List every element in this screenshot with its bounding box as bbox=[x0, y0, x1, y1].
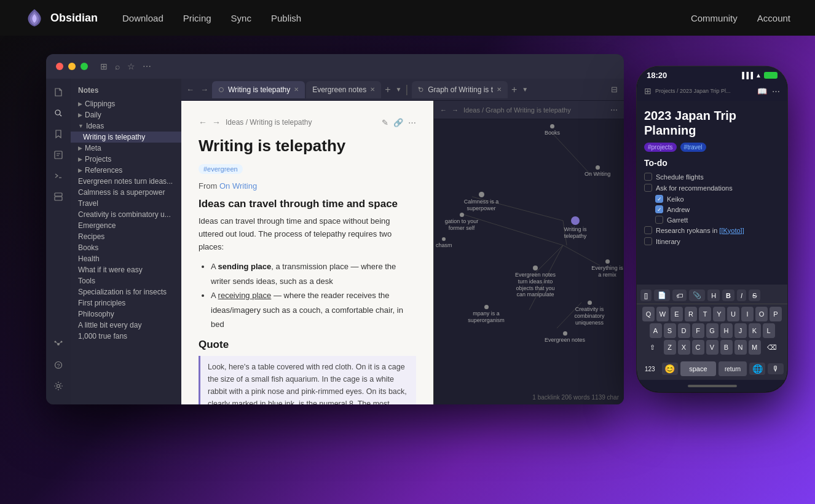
nav-publish[interactable]: Publish bbox=[271, 13, 301, 23]
ribbon-tags-icon[interactable] bbox=[50, 188, 67, 205]
key-d[interactable]: D bbox=[678, 323, 690, 338]
graph-node-remix[interactable]: Everything is a remix bbox=[591, 259, 624, 278]
todo-ask-recommendations[interactable]: Ask for recommendations bbox=[644, 184, 780, 192]
checkbox-garrett[interactable] bbox=[655, 216, 663, 224]
toolbar-tag[interactable]: 🏷 bbox=[672, 289, 687, 301]
tab-close-button[interactable]: ✕ bbox=[294, 86, 299, 93]
sidebar-item-emergence[interactable]: Emergence bbox=[71, 220, 181, 231]
graph-node-calmness[interactable]: Calmness is a superpower bbox=[460, 192, 503, 212]
mobile-tag-travel[interactable]: #travel bbox=[680, 143, 706, 152]
mobile-book-icon[interactable]: 📖 bbox=[757, 87, 767, 96]
close-button[interactable] bbox=[56, 63, 63, 70]
todo-itinerary[interactable]: Itinerary bbox=[644, 237, 780, 245]
graph-node-evergreen-turn[interactable]: Evergreen notes turn ideas into objects … bbox=[514, 266, 557, 298]
mobile-tag-projects[interactable]: #projects bbox=[644, 143, 677, 152]
graph-node-on-writing[interactable]: On Writing bbox=[585, 165, 610, 178]
ribbon-help-icon[interactable]: ? bbox=[50, 356, 67, 374]
tab-close-button[interactable]: ✕ bbox=[370, 86, 375, 93]
nav-back[interactable]: ← bbox=[184, 85, 197, 94]
graph-link-icon[interactable]: ⋯ bbox=[610, 106, 618, 114]
key-k[interactable]: K bbox=[749, 323, 761, 338]
tab-evergreen[interactable]: Evergreen notes ✕ bbox=[306, 81, 381, 98]
new-tab-button-2[interactable]: + bbox=[509, 84, 519, 95]
note-tag[interactable]: #evergreen bbox=[199, 164, 243, 174]
checkbox-ask-recommendations[interactable] bbox=[644, 184, 652, 192]
todo-andrew[interactable]: ✓ Andrew bbox=[644, 205, 780, 213]
key-shift[interactable]: ⇧ bbox=[644, 340, 662, 355]
toolbar-italic[interactable]: I bbox=[737, 289, 746, 301]
nav-logo[interactable]: Obsidian bbox=[25, 8, 98, 28]
sidebar-item-1000fans[interactable]: 1,000 true fans bbox=[71, 331, 181, 342]
key-g[interactable]: G bbox=[706, 323, 719, 338]
sidebar-item-health[interactable]: Health bbox=[71, 253, 181, 264]
nav-sync[interactable]: Sync bbox=[231, 13, 251, 23]
tab-graph[interactable]: Graph of Writing is t ✕ bbox=[412, 81, 508, 98]
tab-dropdown-2[interactable]: ▼ bbox=[522, 86, 528, 93]
todo-ryokans[interactable]: Research ryokans in [[Kyoto]] bbox=[644, 226, 780, 234]
sidebar-item-calmness[interactable]: Calmness is a superpower bbox=[71, 187, 181, 198]
key-b[interactable]: B bbox=[720, 340, 733, 355]
nav-forward[interactable]: → bbox=[198, 85, 211, 94]
key-mic[interactable]: 🎙 bbox=[768, 363, 784, 374]
graph-node-books[interactable]: Books bbox=[545, 124, 560, 136]
key-i[interactable]: I bbox=[741, 307, 754, 321]
back-button[interactable]: ← bbox=[199, 117, 207, 127]
sidebar-item-daily[interactable]: ▶ Daily bbox=[71, 109, 181, 120]
key-delete[interactable]: ⌫ bbox=[763, 340, 781, 355]
toolbar-doc[interactable]: 📄 bbox=[654, 289, 670, 301]
nav-account[interactable]: Account bbox=[757, 13, 790, 23]
ribbon-search-icon[interactable] bbox=[50, 104, 67, 122]
key-space[interactable]: space bbox=[680, 361, 716, 376]
key-l[interactable]: L bbox=[763, 323, 775, 338]
key-w[interactable]: W bbox=[656, 307, 669, 321]
sidebar-item-tools[interactable]: Tools bbox=[71, 275, 181, 286]
ribbon-files-icon[interactable] bbox=[50, 84, 67, 101]
key-v[interactable]: V bbox=[706, 340, 719, 355]
graph-node-writing-telepathy[interactable]: Writing is telepathy bbox=[554, 216, 597, 240]
graph-node-chasm[interactable]: chasm bbox=[436, 237, 452, 249]
key-t[interactable]: T bbox=[699, 307, 711, 321]
nav-pricing[interactable]: Pricing bbox=[183, 13, 211, 23]
checkbox-schedule-flights[interactable] bbox=[644, 173, 652, 181]
todo-keiko[interactable]: ✓ Keiko bbox=[644, 195, 780, 203]
graph-back[interactable]: ← bbox=[440, 106, 447, 114]
star-icon[interactable]: ☆ bbox=[127, 61, 135, 71]
tab-close-button[interactable]: ✕ bbox=[497, 86, 502, 93]
ribbon-settings-icon[interactable] bbox=[50, 377, 67, 395]
search-icon[interactable]: ⌕ bbox=[115, 61, 120, 71]
key-s[interactable]: S bbox=[664, 323, 676, 338]
graph-node-evergreen[interactable]: Evergreen notes bbox=[545, 331, 585, 344]
ribbon-graph-icon[interactable] bbox=[50, 336, 67, 353]
new-tab-button[interactable]: + bbox=[382, 84, 393, 95]
key-numbers[interactable]: 123 bbox=[640, 364, 659, 374]
key-e[interactable]: E bbox=[671, 307, 683, 321]
graph-forward[interactable]: → bbox=[452, 106, 459, 114]
key-n[interactable]: N bbox=[734, 340, 747, 355]
mobile-more-icon[interactable]: ⋯ bbox=[772, 87, 780, 96]
more-icon[interactable]: ⋯ bbox=[143, 61, 151, 71]
sidebar-item-little-bit[interactable]: A little bit every day bbox=[71, 320, 181, 331]
kyoto-link[interactable]: [[Kyoto]] bbox=[719, 227, 744, 234]
toolbar-bold[interactable]: B bbox=[722, 289, 734, 301]
tab-dropdown[interactable]: ▼ bbox=[396, 86, 402, 93]
toolbar-brackets[interactable]: [] bbox=[640, 289, 652, 301]
sidebar-item-evergreen-turn[interactable]: Evergreen notes turn ideas... bbox=[71, 176, 181, 187]
toolbar-attach[interactable]: 📎 bbox=[689, 289, 705, 301]
note-from-link[interactable]: On Writing bbox=[219, 181, 257, 191]
tab-writing-telepathy[interactable]: Writing is telepathy ✕ bbox=[212, 81, 305, 98]
sidebar-item-specialization[interactable]: Specialization is for insects bbox=[71, 286, 181, 297]
sidebar-item-what-if[interactable]: What if it were easy bbox=[71, 264, 181, 275]
checkbox-ryokans[interactable] bbox=[644, 226, 652, 234]
sidebar-item-creativity[interactable]: Creativity is combinatory u... bbox=[71, 209, 181, 220]
sidebar-item-meta[interactable]: ▶ Meta bbox=[71, 143, 181, 154]
key-globe[interactable]: 🌐 bbox=[749, 363, 765, 375]
graph-node-superorganism[interactable]: mpany is a superorganism bbox=[465, 305, 508, 324]
todo-schedule-flights[interactable]: Schedule flights bbox=[644, 173, 780, 181]
key-c[interactable]: C bbox=[692, 340, 704, 355]
sidebar-item-references[interactable]: ▶ References bbox=[71, 165, 181, 176]
key-o[interactable]: O bbox=[755, 307, 768, 321]
toolbar-strikethrough[interactable]: S bbox=[749, 289, 760, 301]
checkbox-keiko[interactable]: ✓ bbox=[655, 195, 663, 203]
graph-node-creativity[interactable]: Creativity is combinatory uniqueness bbox=[568, 301, 611, 326]
maximize-button[interactable] bbox=[81, 63, 88, 70]
